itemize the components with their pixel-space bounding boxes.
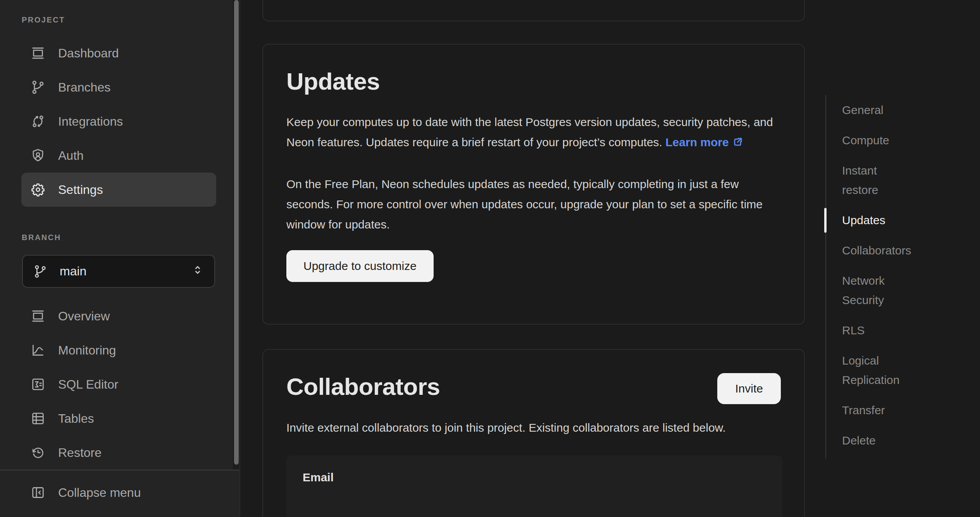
section-nav-item-rls[interactable]: RLS	[842, 321, 921, 340]
external-link-icon	[729, 136, 744, 149]
sidebar-item-settings[interactable]: Settings	[21, 173, 216, 207]
sidebar-item-label: Integrations	[58, 114, 123, 129]
section-nav-item-updates[interactable]: Updates	[842, 211, 921, 230]
invite-button[interactable]: Invite	[717, 373, 781, 404]
sidebar-item-label: Dashboard	[58, 46, 119, 61]
project-sidebar: PROJECT Dashboard Branches Integrations	[0, 0, 233, 517]
section-nav-item-transfer[interactable]: Transfer	[842, 401, 921, 420]
email-column-header: Email	[303, 471, 782, 484]
sidebar-item-label: Branches	[58, 80, 110, 95]
learn-more-link[interactable]: Learn more	[665, 136, 743, 149]
updates-card-title: Updates	[286, 68, 781, 95]
sidebar-item-overview[interactable]: Overview	[21, 299, 216, 333]
project-section-label: PROJECT	[22, 16, 233, 24]
section-nav-item-delete[interactable]: Delete	[842, 431, 921, 450]
chevron-up-down-icon	[191, 263, 204, 280]
sidebar-item-tables[interactable]: Tables	[21, 401, 216, 436]
settings-section-nav: General Compute Instant restore Updates …	[825, 95, 934, 458]
sidebar-scrollbar-track	[233, 0, 239, 517]
sidebar-item-label: Restore	[58, 446, 102, 460]
sidebar-item-dashboard[interactable]: Dashboard	[21, 36, 216, 70]
collapse-panel-icon	[30, 485, 46, 500]
section-nav-item-network-security[interactable]: Network Security	[842, 271, 921, 310]
branch-selector[interactable]: main	[22, 255, 215, 288]
sidebar-item-monitoring[interactable]: Monitoring	[21, 333, 216, 367]
sidebar-item-label: Auth	[58, 149, 84, 163]
overview-icon	[30, 308, 46, 324]
upgrade-to-customize-button[interactable]: Upgrade to customize	[286, 250, 434, 282]
dashboard-icon	[30, 45, 46, 61]
auth-shield-icon	[30, 148, 46, 163]
sidebar-item-label: Tables	[58, 412, 94, 426]
git-branch-icon	[33, 264, 48, 279]
collapse-menu-button[interactable]: Collapse menu	[21, 476, 216, 510]
section-nav-item-general[interactable]: General	[842, 100, 921, 120]
collaborators-description: Invite external collaborators to join th…	[286, 418, 778, 437]
collaborators-table: Email	[286, 455, 782, 517]
branch-section-label: BRANCH	[22, 233, 233, 242]
collaborators-card-header: Collaborators Invite	[286, 373, 781, 404]
section-nav-item-logical-replication[interactable]: Logical Replication	[842, 351, 921, 390]
section-nav-item-compute[interactable]: Compute	[842, 131, 921, 150]
sidebar-item-restore[interactable]: Restore	[21, 436, 216, 470]
sidebar-item-auth[interactable]: Auth	[21, 138, 216, 173]
collaborators-card-title: Collaborators	[286, 373, 440, 400]
section-nav-item-collaborators[interactable]: Collaborators	[842, 241, 921, 260]
updates-description: Keep your computes up to date with the l…	[286, 112, 778, 152]
active-section-indicator	[824, 208, 827, 233]
sidebar-scrollbar-thumb[interactable]	[234, 0, 239, 465]
updates-card: Updates Keep your computes up to date wi…	[262, 44, 805, 325]
sidebar-item-label: SQL Editor	[58, 377, 118, 392]
monitoring-icon	[30, 342, 46, 358]
sidebar-item-label: Monitoring	[58, 343, 116, 358]
gear-icon	[30, 182, 46, 197]
sidebar-item-sql-editor[interactable]: SQL Editor	[21, 367, 216, 401]
sidebar-footer: Collapse menu	[0, 470, 239, 517]
branch-nav: Overview Monitoring SQL Editor Tables	[0, 299, 233, 470]
collaborators-card: Collaborators Invite Invite external col…	[262, 349, 805, 517]
section-nav-item-instant-restore[interactable]: Instant restore	[842, 161, 921, 200]
branch-selector-value: main	[60, 264, 191, 278]
sql-editor-icon	[30, 377, 46, 392]
previous-settings-card	[262, 0, 805, 21]
restore-clock-icon	[30, 445, 46, 460]
sidebar-item-label: Overview	[58, 309, 110, 323]
sidebar-item-integrations[interactable]: Integrations	[21, 104, 216, 138]
integrations-icon	[30, 114, 46, 129]
neon-console-settings-page: PROJECT Dashboard Branches Integrations	[0, 0, 980, 517]
git-branch-icon	[30, 80, 46, 95]
tables-icon	[30, 411, 46, 426]
updates-free-plan-note: On the Free Plan, Neon schedules updates…	[286, 174, 778, 235]
collapse-menu-label: Collapse menu	[58, 486, 141, 500]
sidebar-item-branches[interactable]: Branches	[21, 70, 216, 104]
sidebar-item-label: Settings	[58, 183, 103, 197]
project-nav: Dashboard Branches Integrations Auth	[0, 36, 233, 207]
